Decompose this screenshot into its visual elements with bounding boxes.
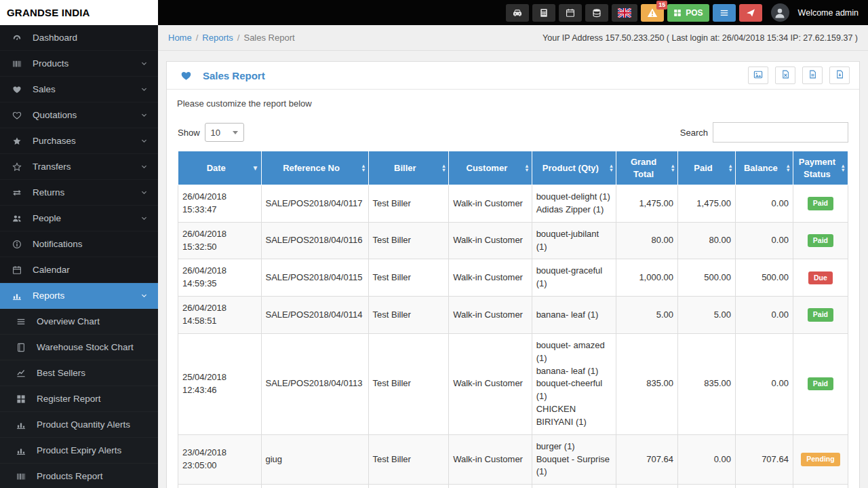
alerts-button[interactable]: 15 xyxy=(641,4,664,22)
sidebar-item-product-quantity-alerts[interactable]: Product Quantity Alerts xyxy=(0,412,158,438)
breadcrumb-home[interactable]: Home xyxy=(168,33,192,43)
column-header-date[interactable]: Date▼ xyxy=(178,151,262,185)
cell-date: 26/04/2018 15:33:47 xyxy=(178,185,262,223)
database-button[interactable] xyxy=(585,4,608,22)
sort-icon: ▲▼ xyxy=(785,164,790,172)
sidebar-item-people[interactable]: People xyxy=(0,206,158,231)
export-csv-button[interactable] xyxy=(829,67,850,84)
sidebar-item-label: Product Expiry Alerts xyxy=(37,445,149,455)
payment-status-badge: Paid xyxy=(808,234,833,247)
chevron-down-icon xyxy=(140,86,149,93)
sidebar-item-label: Register Report xyxy=(37,394,149,404)
column-header-payment-status[interactable]: Payment Status▲▼ xyxy=(793,151,848,185)
chevron-down-icon xyxy=(140,60,149,67)
sidebar-item-register-report[interactable]: Register Report xyxy=(0,386,158,412)
cell-biller: Test Biller xyxy=(368,434,449,485)
cell-status: Due xyxy=(793,259,848,297)
sidebar-item-best-sellers[interactable]: Best Sellers xyxy=(0,360,158,386)
export-image-button[interactable] xyxy=(748,67,768,84)
sidebar-item-dashboard[interactable]: Dashboard xyxy=(0,25,158,51)
cell-grand-total: 835.00 xyxy=(616,333,678,434)
breadcrumb-sales-report: Sales Report xyxy=(243,33,294,43)
sort-icon: ▲▼ xyxy=(441,164,446,172)
column-header-balance[interactable]: Balance▲▼ xyxy=(735,151,793,185)
page-length-select[interactable]: 10 xyxy=(205,123,244,142)
cell-date: 26/04/2018 15:32:50 xyxy=(178,222,262,259)
send-button[interactable] xyxy=(739,4,762,22)
sidebar-item-sales[interactable]: Sales xyxy=(0,77,158,102)
calculator-button[interactable] xyxy=(532,4,555,22)
column-label: Product (Qty) xyxy=(542,163,599,173)
sidebar-item-purchases[interactable]: Purchases xyxy=(0,128,158,154)
column-header-biller[interactable]: Biller▲▼ xyxy=(368,151,449,185)
sidebar-item-overview-chart[interactable]: Overview Chart xyxy=(0,309,158,335)
sidebar-item-returns[interactable]: Returns xyxy=(0,180,158,206)
column-header-reference-no[interactable]: Reference No▲▼ xyxy=(261,151,368,185)
sidebar-item-transfers[interactable]: Transfers xyxy=(0,154,158,180)
breadcrumb-reports[interactable]: Reports xyxy=(202,33,233,43)
sidebar-item-label: Dashboard xyxy=(33,33,149,43)
sidebar-item-product-expiry-alerts[interactable]: Product Expiry Alerts xyxy=(0,438,158,464)
breadcrumb-separator: / xyxy=(196,33,199,43)
chevron-down-icon xyxy=(140,189,149,196)
sidebar-item-label: Reports xyxy=(33,290,140,301)
main-content: Home/Reports/Sales Report Your IP Addres… xyxy=(158,25,868,488)
cell-biller: Test Biller xyxy=(368,333,449,434)
export-pdf-button[interactable] xyxy=(802,67,823,84)
sidebar-item-notifications[interactable]: Notifications xyxy=(0,231,158,257)
pos-button[interactable]: POS xyxy=(667,4,709,22)
export-excel-button[interactable] xyxy=(775,67,795,84)
barcode-icon xyxy=(16,472,37,481)
avatar[interactable] xyxy=(771,3,789,22)
search-control: Search xyxy=(680,122,848,143)
sidebar-item-quotations[interactable]: Quotations xyxy=(0,102,158,128)
cell-products: burger (1)Bouquet - Surprise (1) xyxy=(532,434,616,485)
sidebar-item-calendar[interactable]: Calendar xyxy=(0,257,158,283)
column-label: Paid xyxy=(694,163,712,173)
list-button[interactable] xyxy=(713,4,736,22)
cell-paid: 500.00 xyxy=(678,259,736,297)
table-row: 23/04/2018SALE/POS2018/04/0112Test Bille… xyxy=(178,485,848,488)
table-body: 26/04/2018 15:33:47SALE/POS2018/04/0117T… xyxy=(178,185,848,488)
sidebar-item-warehouse-stock-chart[interactable]: Warehouse Stock Chart xyxy=(0,335,158,360)
language-button[interactable] xyxy=(612,4,637,22)
column-header-grand-total[interactable]: Grand Total▲▼ xyxy=(616,151,678,185)
cell-status: Paid xyxy=(793,222,848,259)
chevron-down-icon xyxy=(140,214,149,222)
column-header-product-qty[interactable]: Product (Qty)▲▼ xyxy=(532,151,616,185)
caret-down-icon xyxy=(233,131,238,134)
sort-icon: ▼ xyxy=(252,165,259,172)
sidebar-item-products[interactable]: Products xyxy=(0,51,158,77)
car-button[interactable] xyxy=(506,4,529,22)
calendar-button[interactable] xyxy=(559,4,582,22)
cell-customer: Walk-in Customer xyxy=(449,434,532,485)
cell-balance: 0.00 xyxy=(735,485,793,488)
product-line: CHICKEN BIRIYANI (1) xyxy=(536,403,612,429)
column-header-paid[interactable]: Paid▲▼ xyxy=(678,151,736,185)
sidebar-item-label: People xyxy=(33,213,140,223)
chart-line-icon xyxy=(16,369,37,378)
cell-biller: Test Biller xyxy=(368,222,449,259)
cell-ref: giug xyxy=(261,434,368,485)
sidebar-item-reports[interactable]: Reports xyxy=(0,283,158,309)
column-header-customer[interactable]: Customer▲▼ xyxy=(449,151,532,185)
cell-ref: SALE/POS2018/04/0113 xyxy=(261,333,368,434)
sales-report-table: Date▼Reference No▲▼Biller▲▼Customer▲▼Pro… xyxy=(178,151,848,488)
chevron-down-icon xyxy=(140,292,149,299)
sidebar-item-products-report[interactable]: Products Report xyxy=(0,464,158,488)
sidebar-item-label: Product Quantity Alerts xyxy=(37,419,149,430)
cell-grand-total: 5.00 xyxy=(616,297,678,334)
brand-logo: GRANDSE INDIA xyxy=(0,0,158,25)
welcome-text: Welcome admin xyxy=(798,8,859,18)
sort-icon: ▲▼ xyxy=(609,164,614,172)
cell-status: Paid xyxy=(793,297,848,334)
column-label: Balance xyxy=(744,163,778,173)
cell-products: bouquet-delight (1)Adidas Zipper (1) xyxy=(532,185,616,223)
table-wrap: Date▼Reference No▲▼Biller▲▼Customer▲▼Pro… xyxy=(167,151,859,488)
table-row: 26/04/2018 15:33:47SALE/POS2018/04/0117T… xyxy=(178,185,848,223)
sales-report-card: Sales Report Please customize the report… xyxy=(166,61,860,488)
page-title: Sales Report xyxy=(203,70,265,81)
search-input[interactable] xyxy=(713,122,848,143)
product-line: bouquet-cheerful (1) xyxy=(536,377,612,403)
chart-bar-icon xyxy=(12,291,33,301)
